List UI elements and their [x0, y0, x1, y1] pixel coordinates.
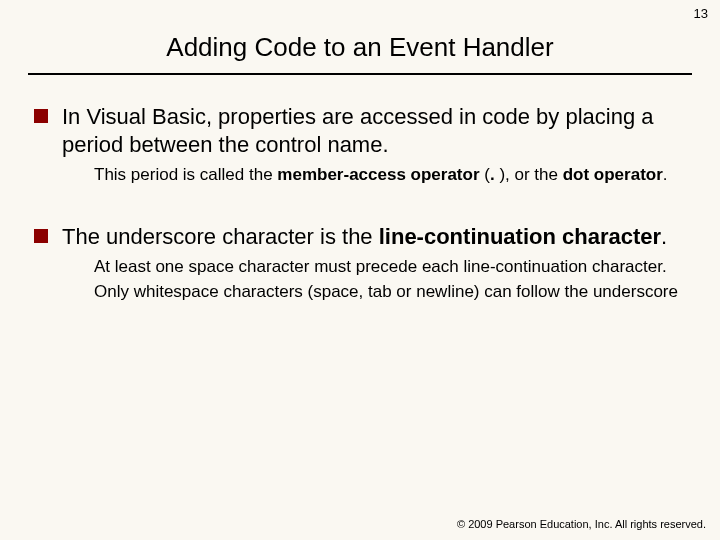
term-line-continuation: line-continuation character	[379, 224, 661, 249]
sub-bullet: At least one space character must preced…	[94, 256, 686, 279]
content-area: In Visual Basic, properties are accessed…	[0, 103, 720, 304]
term-dot-operator: dot operator	[563, 165, 663, 184]
sub-bullet: Only whitespace characters (space, tab o…	[94, 281, 686, 304]
page-number: 13	[694, 6, 708, 21]
sub-text: ), or the	[495, 165, 563, 184]
sub-text: .	[663, 165, 668, 184]
bullet-text-post: .	[661, 224, 667, 249]
bullet-text: The underscore character is the line-con…	[62, 223, 667, 251]
bullet-item: In Visual Basic, properties are accessed…	[34, 103, 686, 158]
copyright-footer: © 2009 Pearson Education, Inc. All right…	[457, 518, 706, 530]
bullet-text-pre: The underscore character is the	[62, 224, 379, 249]
title-underline	[28, 73, 692, 75]
bullet-text: In Visual Basic, properties are accessed…	[62, 103, 686, 158]
sub-bullet: This period is called the member-access …	[94, 164, 686, 187]
sub-text: This period is called the	[94, 165, 277, 184]
sub-text: (	[480, 165, 490, 184]
bullet-marker-icon	[34, 229, 48, 243]
bullet-item: The underscore character is the line-con…	[34, 223, 686, 251]
term-member-access: member-access operator	[277, 165, 479, 184]
bullet-marker-icon	[34, 109, 48, 123]
slide-title: Adding Code to an Event Handler	[0, 32, 720, 63]
